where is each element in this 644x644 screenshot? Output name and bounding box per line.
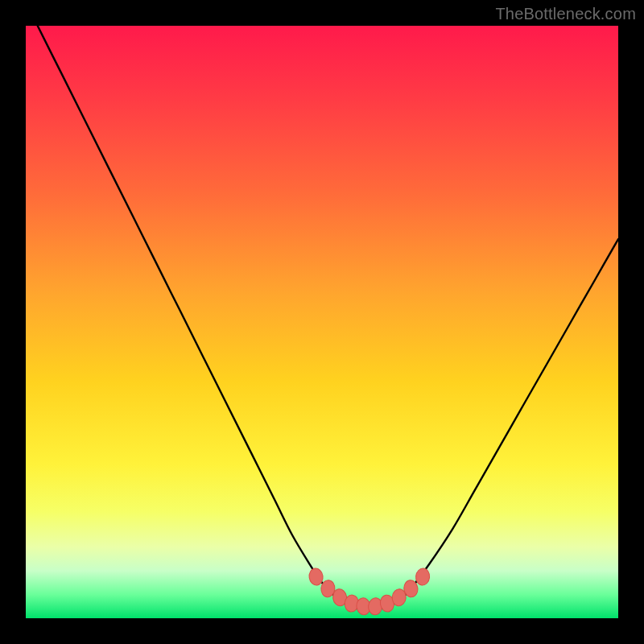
watermark-text: TheBottleneck.com: [495, 5, 636, 23]
marker-dot: [415, 568, 431, 586]
chart-frame: TheBottleneck.com: [0, 0, 644, 644]
chart-svg: [26, 26, 618, 618]
plot-area: [26, 26, 618, 618]
marker-group: [308, 568, 431, 616]
bottleneck-curve: [38, 26, 618, 609]
